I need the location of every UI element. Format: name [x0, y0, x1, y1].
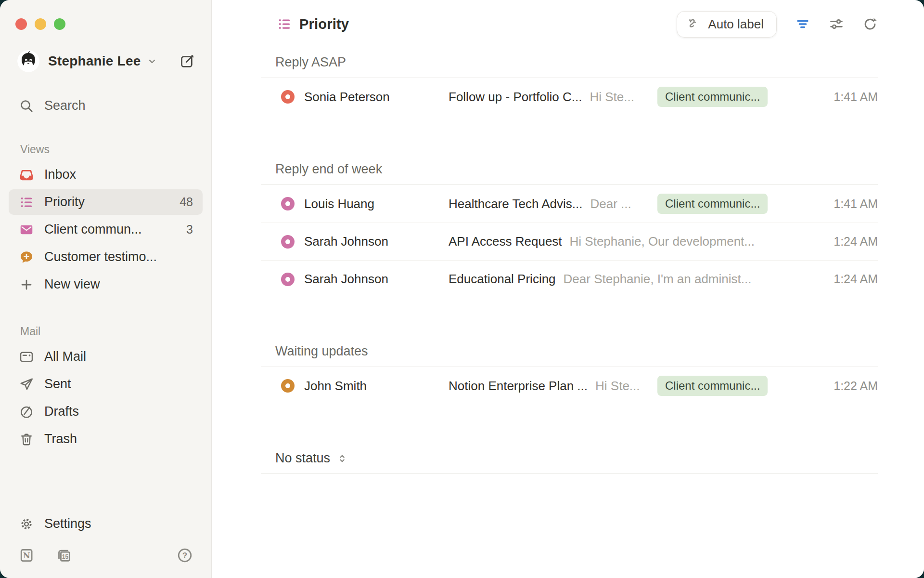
no-status-toggle[interactable]: No status — [261, 451, 878, 466]
unread-count: 48 — [180, 195, 193, 209]
email-preview: Hi Stephanie, Our development... — [570, 234, 755, 249]
email-list: Reply ASAP Sonia Peterson Follow up - Po… — [212, 37, 924, 578]
divider — [261, 473, 878, 474]
status-dot-pink[interactable] — [281, 273, 295, 286]
section-title: Waiting updates — [261, 344, 878, 359]
sidebar-item-all-mail[interactable]: All Mail — [9, 344, 203, 369]
email-time: 1:24 AM — [819, 235, 878, 249]
email-sender: Sarah Johnson — [304, 234, 449, 249]
page-title: Priority — [299, 16, 349, 32]
minimize-window-button[interactable] — [35, 18, 46, 30]
status-dot-pink[interactable] — [281, 235, 295, 249]
email-sender: Sonia Peterson — [304, 90, 449, 105]
email-subject: Notion Enterprise Plan ... — [449, 379, 588, 394]
sidebar-item-label: Customer testimo... — [44, 250, 157, 264]
zoom-window-button[interactable] — [54, 18, 65, 30]
email-row[interactable]: Sarah Johnson API Access Request Hi Step… — [261, 223, 878, 260]
auto-label-button[interactable]: Auto label — [677, 11, 777, 38]
status-dot-pink[interactable] — [281, 197, 295, 210]
help-icon[interactable]: ? — [177, 547, 193, 564]
notion-icon[interactable]: N — [18, 547, 35, 564]
trash-icon — [19, 432, 34, 447]
sidebar-item-label: Inbox — [44, 167, 76, 182]
search-icon — [19, 99, 34, 113]
calendar-icon[interactable]: 15 — [56, 547, 72, 564]
mail-icon — [19, 223, 34, 237]
label-badge[interactable]: Client communic... — [657, 194, 768, 214]
close-window-button[interactable] — [15, 18, 27, 30]
sidebar-item-sent[interactable]: Sent — [9, 371, 203, 397]
chat-plus-icon — [19, 250, 34, 264]
main-panel: Priority Auto label — [212, 0, 924, 578]
window-controls — [0, 0, 211, 30]
sidebar-item-priority[interactable]: Priority 48 — [9, 189, 203, 215]
chevron-up-down-icon — [336, 452, 348, 465]
email-time: 1:22 AM — [819, 379, 878, 393]
sidebar-item-inbox[interactable]: Inbox — [9, 162, 203, 187]
gear-icon — [19, 517, 34, 531]
unread-count: 3 — [186, 223, 193, 236]
no-status-label: No status — [275, 451, 330, 466]
email-time: 1:24 AM — [819, 272, 878, 286]
sidebar-item-new-view[interactable]: New view — [9, 272, 203, 297]
email-preview: Dear ... — [590, 197, 631, 211]
sidebar-item-label: Trash — [44, 432, 77, 447]
auto-label-text: Auto label — [708, 17, 764, 32]
sidebar-item-label: Client commun... — [44, 222, 142, 237]
auto-label-icon — [687, 17, 701, 31]
email-subject: Educational Pricing — [449, 272, 556, 287]
app-window: Stephanie Lee Search Views — [0, 0, 924, 578]
svg-text:?: ? — [182, 551, 187, 560]
sidebar-item-label: Settings — [44, 516, 91, 531]
search-button[interactable]: Search — [9, 93, 203, 118]
views-group-label: Views — [20, 143, 211, 156]
email-row[interactable]: John Smith Notion Enterprise Plan ... Hi… — [261, 367, 878, 405]
email-subject: Follow up - Portfolio C... — [449, 90, 582, 105]
status-dot-orange[interactable] — [281, 379, 295, 393]
sidebar-item-client-communication[interactable]: Client commun... 3 — [9, 217, 203, 242]
priority-list-icon — [277, 17, 292, 31]
drafts-icon — [19, 405, 34, 419]
refresh-icon[interactable] — [862, 16, 878, 32]
user-name: Stephanie Lee — [48, 53, 141, 69]
sidebar-item-label: New view — [44, 277, 100, 292]
sidebar-item-label: All Mail — [44, 349, 86, 364]
account-switcher[interactable]: Stephanie Lee — [17, 50, 195, 72]
chevron-down-icon — [146, 55, 158, 67]
sidebar-item-label: Sent — [44, 377, 71, 392]
mail-group-label: Mail — [20, 325, 211, 338]
section-waiting-updates: Waiting updates John Smith Notion Enterp… — [261, 344, 878, 405]
label-badge[interactable]: Client communic... — [657, 87, 768, 107]
label-badge[interactable]: Client communic... — [657, 376, 768, 396]
svg-text:N: N — [23, 551, 30, 560]
sidebar-item-settings[interactable]: Settings — [9, 511, 203, 537]
sidebar-item-label: Priority — [44, 195, 85, 210]
sidebar-item-customer-testimonials[interactable]: Customer testimo... — [9, 244, 203, 270]
section-reply-end-of-week: Reply end of week Louis Huang Healthcare… — [261, 162, 878, 298]
plus-icon — [19, 277, 34, 292]
compose-button[interactable] — [180, 53, 195, 69]
all-mail-icon — [19, 350, 34, 364]
email-preview: Hi Ste... — [595, 379, 640, 394]
inbox-icon — [19, 168, 34, 182]
sidebar-item-drafts[interactable]: Drafts — [9, 399, 203, 424]
sliders-icon[interactable] — [829, 16, 844, 32]
email-subject: API Access Request — [449, 234, 562, 249]
section-title: Reply end of week — [261, 162, 878, 177]
section-reply-asap: Reply ASAP Sonia Peterson Follow up - Po… — [261, 55, 878, 116]
email-sender: Louis Huang — [304, 197, 449, 211]
section-title: Reply ASAP — [261, 55, 878, 70]
filter-icon[interactable] — [795, 16, 810, 32]
priority-list-icon — [19, 195, 34, 210]
search-label: Search — [44, 98, 86, 113]
email-time: 1:41 AM — [819, 90, 878, 104]
sidebar: Stephanie Lee Search Views — [0, 0, 212, 578]
email-row[interactable]: Sonia Peterson Follow up - Portfolio C..… — [261, 78, 878, 116]
email-preview: Hi Ste... — [590, 90, 634, 105]
sidebar-footer: N 15 ? — [0, 538, 211, 578]
status-dot-red[interactable] — [281, 90, 295, 104]
email-row[interactable]: Sarah Johnson Educational Pricing Dear S… — [261, 260, 878, 298]
email-row[interactable]: Louis Huang Healthcare Tech Advis... Dea… — [261, 185, 878, 223]
sidebar-item-trash[interactable]: Trash — [9, 426, 203, 452]
svg-text:15: 15 — [62, 553, 69, 560]
